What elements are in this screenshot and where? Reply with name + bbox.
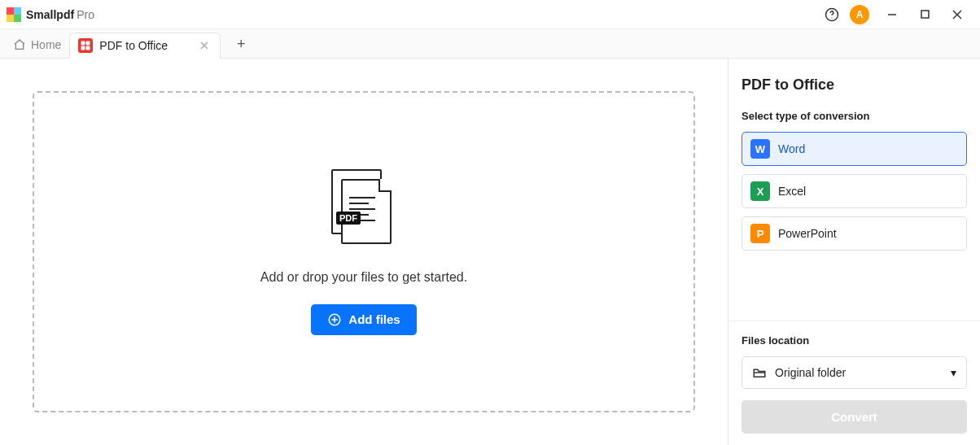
pdf-file-icon: PDF [331, 169, 396, 251]
files-location-select[interactable]: Original folder ▾ [742, 356, 967, 389]
home-label: Home [31, 38, 61, 51]
plus-circle-icon [327, 312, 342, 327]
svg-rect-7 [921, 11, 929, 18]
close-icon [200, 41, 208, 50]
tab-pdf-to-office[interactable]: PDF to Office [69, 33, 221, 59]
window-maximize-button[interactable] [908, 3, 941, 26]
help-button[interactable] [820, 3, 843, 26]
home-link[interactable]: Home [8, 38, 69, 58]
option-powerpoint[interactable]: P PowerPoint [742, 216, 967, 251]
app-edition: Pro [77, 8, 94, 21]
pdf-badge: PDF [336, 212, 361, 225]
conversion-options: W Word X Excel P PowerPoint [742, 132, 967, 251]
folder-icon [752, 365, 767, 380]
file-dropzone[interactable]: PDF Add or drop your files to get starte… [33, 91, 695, 412]
tab-close-button[interactable] [197, 39, 212, 52]
svg-rect-0 [7, 7, 14, 15]
app-brand: Smallpdf [26, 8, 74, 21]
svg-rect-11 [86, 41, 90, 46]
option-powerpoint-label: PowerPoint [778, 227, 837, 240]
add-files-label: Add files [348, 312, 400, 326]
svg-point-5 [831, 17, 832, 18]
user-avatar[interactable]: A [850, 5, 869, 24]
tab-bar: Home PDF to Office + [0, 29, 980, 59]
excel-icon: X [750, 181, 770, 201]
powerpoint-icon: P [750, 224, 770, 243]
svg-rect-13 [86, 46, 90, 50]
add-files-button[interactable]: Add files [311, 304, 416, 335]
svg-rect-1 [14, 7, 21, 15]
window-minimize-button[interactable] [876, 3, 908, 26]
app-logo-icon [7, 7, 21, 22]
svg-rect-3 [14, 15, 21, 22]
option-word[interactable]: W Word [742, 132, 967, 166]
home-icon [13, 38, 26, 51]
main-area: PDF Add or drop your files to get starte… [0, 59, 728, 445]
conversion-type-label: Select type of conversion [742, 110, 967, 122]
sidebar: PDF to Office Select type of conversion … [728, 59, 980, 445]
title-bar: Smallpdf Pro A [0, 0, 980, 29]
option-excel[interactable]: X Excel [742, 174, 967, 208]
tab-app-icon [78, 38, 93, 53]
chevron-down-icon: ▾ [951, 366, 956, 379]
window-close-button[interactable] [941, 3, 973, 26]
svg-rect-2 [7, 15, 14, 22]
files-location-label: Files location [742, 334, 967, 347]
word-icon: W [750, 139, 770, 159]
convert-button[interactable]: Convert [742, 400, 967, 434]
tab-title: PDF to Office [99, 39, 168, 52]
option-excel-label: Excel [778, 185, 806, 198]
new-tab-button[interactable]: + [229, 36, 253, 58]
svg-rect-10 [81, 41, 85, 46]
option-word-label: Word [778, 142, 805, 155]
svg-rect-12 [81, 46, 85, 50]
files-location-value: Original folder [775, 366, 846, 379]
sidebar-title: PDF to Office [742, 76, 967, 94]
dropzone-hint: Add or drop your files to get started. [260, 270, 467, 285]
